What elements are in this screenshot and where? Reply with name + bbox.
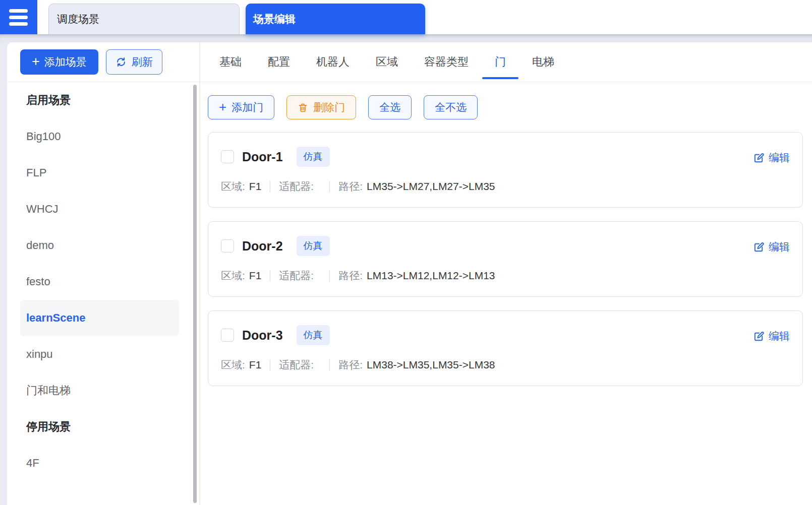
scene-label: 启用场景 [26,93,71,108]
door-name: Door-2 [242,239,283,254]
menu-button[interactable] [0,0,37,34]
simulation-badge: 仿真 [297,325,330,345]
edit-door-button[interactable]: 编辑 [753,151,790,165]
refresh-label: 刷新 [132,55,153,69]
path-value: LM35->LM27,LM27->LM35 [367,180,495,193]
door-name: Door-3 [242,328,283,343]
scene-section-header: 启用场景 [20,82,179,118]
content: + 添加场景 刷新 启用场景 Big100 FLP WHCJ [0,42,812,505]
topbar: 调度场景 场景编辑 [0,0,812,34]
add-scene-button[interactable]: + 添加场景 [20,49,98,75]
add-door-label: 添加门 [231,100,263,114]
door-list: Door-1 仿真 编辑 区域: F1 适配器: 路径: LM35->LM27,… [208,132,803,386]
refresh-button[interactable]: 刷新 [106,49,162,75]
tab-基础[interactable]: 基础 [219,42,242,82]
scene-label: Big100 [26,130,61,143]
tab-label: 场景编辑 [253,12,296,26]
tab-区域[interactable]: 区域 [376,42,398,82]
scene-section-header: 停用场景 [20,409,179,445]
delete-door-label: 删除门 [313,100,345,114]
sidebar-item-Big100[interactable]: Big100 [20,118,179,155]
simulation-badge: 仿真 [297,147,330,167]
door-checkbox[interactable] [221,329,234,342]
door-card-Door-2: Door-2 仿真 编辑 区域: F1 适配器: 路径: LM13->LM12,… [208,221,803,297]
tab-dispatch-scene[interactable]: 调度场景 [48,4,240,34]
top-tab-bar: 调度场景 场景编辑 [48,0,425,34]
tab-容器类型[interactable]: 容器类型 [424,42,469,82]
tab-电梯[interactable]: 电梯 [532,42,554,82]
sidebar-item-门和电梯[interactable]: 门和电梯 [20,372,179,409]
door-actions: + 添加门 删除门 全选 全不选 [208,95,812,119]
editor-tab-bar: 基础 配置 机器人 区域 容器类型 门 电梯 [200,42,812,82]
tab-label: 调度场景 [57,12,99,26]
sidebar-item-4F[interactable]: 4F [20,445,179,481]
path-label: 路径: [338,179,363,194]
edit-label: 编辑 [769,151,790,165]
select-none-label: 全不选 [435,100,467,114]
sidebar-scrollbar-thumb[interactable] [193,85,197,503]
door-name: Door-1 [242,150,283,164]
door-info-row: 区域: F1 适配器: 路径: LM35->LM27,LM27->LM35 [221,179,790,194]
tab-门[interactable]: 门 [495,42,506,82]
editor-tab-label: 电梯 [532,54,554,70]
edit-label: 编辑 [769,240,790,254]
scene-label: 4F [26,457,39,470]
door-checkbox[interactable] [221,150,234,163]
sidebar-item-FLP[interactable]: FLP [20,155,179,191]
scene-label: FLP [26,166,46,179]
simulation-badge: 仿真 [297,236,330,256]
scene-label: WHCJ [26,203,59,216]
add-scene-label: 添加场景 [44,55,87,69]
sidebar-item-demo[interactable]: demo [20,227,179,264]
select-all-button[interactable]: 全选 [368,95,412,119]
door-card-header: Door-3 仿真 编辑 [221,326,790,344]
door-info-row: 区域: F1 适配器: 路径: LM13->LM12,LM12->LM13 [221,269,790,283]
door-info-row: 区域: F1 适配器: 路径: LM38->LM35,LM35->LM38 [221,358,790,372]
door-checkbox[interactable] [221,239,234,252]
area-label: 区域: [221,269,245,283]
edit-label: 编辑 [769,329,790,343]
edit-door-button[interactable]: 编辑 [753,240,790,254]
scene-label: 门和电梯 [26,383,71,398]
scene-sidebar: + 添加场景 刷新 启用场景 Big100 FLP WHCJ [7,42,200,505]
divider [329,181,330,193]
tab-scene-edit[interactable]: 场景编辑 [246,4,425,34]
path-value: LM13->LM12,LM12->LM13 [367,270,495,282]
editor-tab-label: 门 [495,54,506,70]
edit-icon [753,331,765,342]
sidebar-item-learnScene[interactable]: learnScene [20,300,179,336]
sidebar-item-WHCJ[interactable]: WHCJ [20,191,179,227]
door-card-Door-1: Door-1 仿真 编辑 区域: F1 适配器: 路径: LM35->LM27,… [208,132,803,208]
select-all-label: 全选 [379,100,400,114]
scene-label: demo [26,239,54,252]
edit-icon [753,241,765,253]
select-none-button[interactable]: 全不选 [424,95,478,119]
trash-icon [298,102,308,113]
divider [329,359,330,371]
tab-配置[interactable]: 配置 [268,42,290,82]
plus-icon: + [219,100,226,113]
divider [270,181,270,193]
edit-door-button[interactable]: 编辑 [753,329,790,343]
sidebar-item-festo[interactable]: festo [20,264,179,300]
door-card-header: Door-2 仿真 编辑 [221,237,790,255]
scene-label: learnScene [26,311,85,325]
editor-tab-label: 配置 [268,54,290,70]
sidebar-item-xinpu[interactable]: xinpu [20,336,179,372]
divider [270,359,270,371]
door-card-Door-3: Door-3 仿真 编辑 区域: F1 适配器: 路径: LM38->LM35,… [208,310,803,386]
scene-label: festo [26,275,50,288]
delete-door-button[interactable]: 删除门 [286,95,356,119]
area-value: F1 [249,359,262,371]
area-value: F1 [249,270,262,282]
hamburger-icon [9,9,28,26]
area-value: F1 [249,180,262,193]
path-value: LM38->LM35,LM35->LM38 [367,359,495,371]
adapter-label: 适配器: [279,358,314,372]
scene-label: 停用场景 [26,419,71,434]
sidebar-header: + 添加场景 刷新 [7,42,199,82]
adapter-label: 适配器: [279,179,314,194]
divider [270,270,270,282]
tab-机器人[interactable]: 机器人 [316,42,350,82]
add-door-button[interactable]: + 添加门 [208,95,274,119]
